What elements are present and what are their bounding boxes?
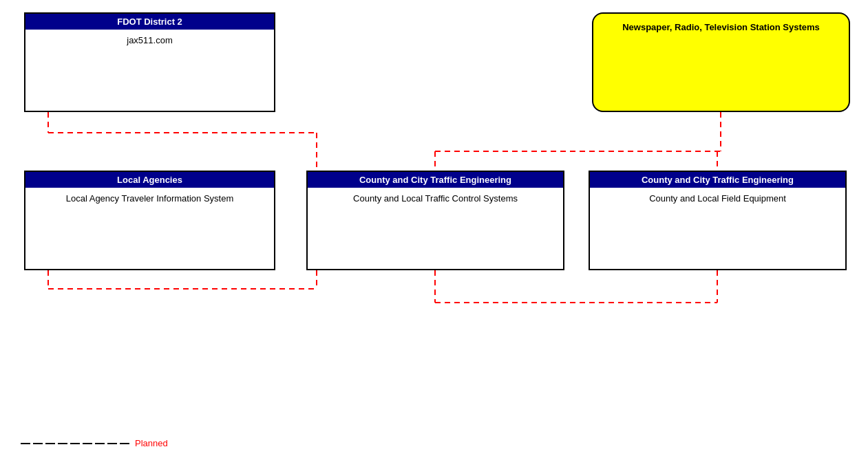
dash-9 <box>120 443 129 444</box>
dash-3 <box>45 443 55 444</box>
local-agencies-header: Local Agencies <box>25 172 274 188</box>
county-traffic-ctrl-box: County and City Traffic Engineering Coun… <box>306 171 564 270</box>
county-field-eq-body: County and Local Field Equipment <box>590 188 845 209</box>
fdot-body: jax511.com <box>25 30 274 51</box>
planned-dashes <box>21 443 129 444</box>
fdot-box: FDOT District 2 jax511.com <box>24 12 275 112</box>
local-agencies-body: Local Agency Traveler Information System <box>25 188 274 209</box>
county-field-eq-header: County and City Traffic Engineering <box>590 172 845 188</box>
planned-legend: Planned <box>21 438 168 448</box>
dash-5 <box>70 443 80 444</box>
local-agencies-box: Local Agencies Local Agency Traveler Inf… <box>24 171 275 270</box>
newspaper-box: Newspaper, Radio, Television Station Sys… <box>592 12 850 112</box>
fdot-header: FDOT District 2 <box>25 14 274 30</box>
dash-4 <box>58 443 67 444</box>
dash-2 <box>33 443 43 444</box>
dash-1 <box>21 443 30 444</box>
dash-8 <box>107 443 117 444</box>
planned-label: Planned <box>135 438 168 448</box>
dash-6 <box>83 443 92 444</box>
diagram-container: FDOT District 2 jax511.com Newspaper, Ra… <box>0 0 868 469</box>
newspaper-header: Newspaper, Radio, Television Station Sys… <box>602 19 840 35</box>
dash-7 <box>95 443 105 444</box>
legend: Planned <box>21 438 168 448</box>
county-traffic-ctrl-body: County and Local Traffic Control Systems <box>308 188 563 209</box>
county-traffic-ctrl-header: County and City Traffic Engineering <box>308 172 563 188</box>
county-field-eq-box: County and City Traffic Engineering Coun… <box>589 171 847 270</box>
